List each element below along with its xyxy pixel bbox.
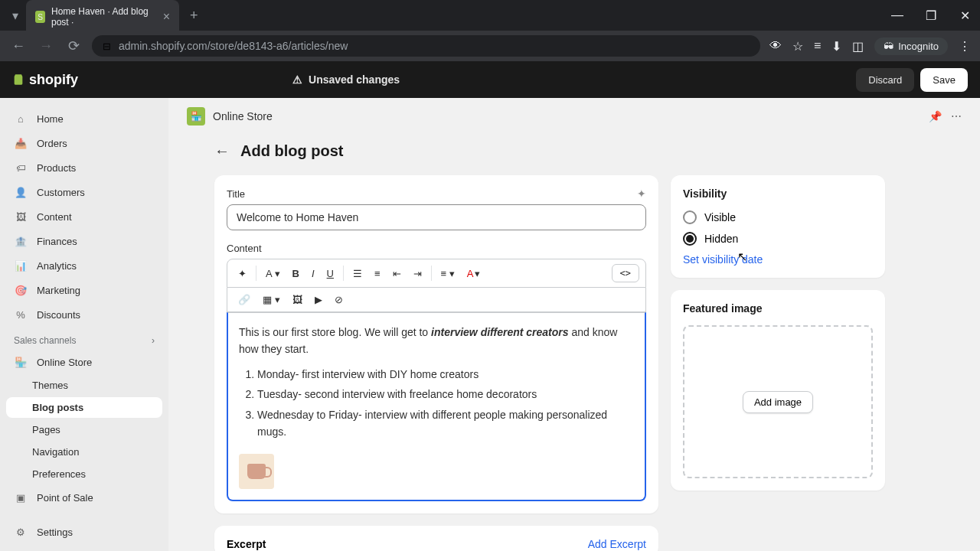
embedded-image-mug[interactable] — [239, 454, 274, 489]
add-excerpt-link[interactable]: Add Excerpt — [588, 538, 646, 550]
bullet-list-button[interactable]: ☰ — [348, 265, 367, 282]
back-button[interactable]: ← — [9, 38, 28, 54]
home-icon: ⌂ — [14, 112, 28, 126]
discard-button[interactable]: Discard — [856, 68, 914, 92]
sidebar-item-orders[interactable]: 📥Orders — [6, 132, 162, 155]
content-icon: 🖼 — [14, 210, 28, 223]
orders-icon: 📥 — [14, 136, 28, 150]
side-panel-icon[interactable]: ◫ — [852, 39, 864, 54]
downloads-icon[interactable]: ⬇ — [831, 39, 841, 54]
url-input[interactable]: ⊟ admin.shopify.com/store/de8143-a6/arti… — [92, 35, 760, 57]
text-color-dropdown[interactable]: A ▾ — [462, 265, 485, 282]
set-visibility-date-link[interactable]: Set visibility date — [683, 253, 873, 266]
ai-sparkle-icon[interactable]: ✦ — [637, 187, 646, 200]
eye-off-icon[interactable]: 👁 — [769, 39, 782, 53]
forward-button[interactable]: → — [37, 38, 55, 54]
excerpt-label: Excerpt — [227, 538, 266, 550]
sidebar-item-settings[interactable]: ⚙Settings — [6, 520, 162, 543]
page-header: ← Add blog post — [168, 135, 980, 175]
sidebar: ⌂Home 📥Orders 🏷Products 👤Customers 🖼Cont… — [0, 98, 168, 551]
site-info-icon[interactable]: ⊟ — [103, 41, 111, 52]
content-field-label: Content — [227, 243, 646, 254]
align-dropdown[interactable]: ≡ ▾ — [436, 265, 459, 282]
image-button[interactable]: 🖼 — [288, 291, 307, 308]
sidebar-item-finances[interactable]: 🏦Finances — [6, 230, 162, 253]
image-upload-dropzone[interactable]: Add image — [683, 325, 873, 478]
breadcrumb-label[interactable]: Online Store — [213, 110, 273, 122]
shopify-logo[interactable]: shopify — [12, 72, 78, 88]
sidebar-item-products[interactable]: 🏷Products — [6, 156, 162, 179]
main-content: 🏪 Online Store 📌 ⋯ ← Add blog post Title… — [168, 98, 980, 551]
paragraph-format-dropdown[interactable]: A ▾ — [261, 265, 285, 282]
radio-icon — [683, 210, 697, 224]
underline-button[interactable]: U — [322, 265, 338, 282]
sidebar-item-online-store[interactable]: 🏪Online Store — [6, 350, 162, 373]
sidebar-item-pos[interactable]: ▣Point of Sale — [6, 486, 162, 509]
tab-title: Home Haven · Add blog post · — [51, 6, 151, 28]
new-tab-button[interactable]: + — [181, 8, 207, 24]
sidebar-item-customers[interactable]: 👤Customers — [6, 181, 162, 204]
link-button[interactable]: 🔗 — [234, 291, 255, 308]
analytics-icon: 📊 — [14, 259, 28, 272]
incognito-badge: 🕶 Incognito — [874, 37, 948, 55]
indent-button[interactable]: ⇥ — [409, 265, 426, 282]
sidebar-sub-pages[interactable]: Pages — [6, 419, 162, 440]
reading-list-icon[interactable]: ≡ — [814, 39, 821, 53]
sidebar-item-content[interactable]: 🖼Content — [6, 205, 162, 228]
discounts-icon: % — [14, 308, 28, 321]
finances-icon: 🏦 — [14, 234, 28, 248]
editor-toolbar: ✦ A ▾ B I U ☰ ≡ ⇤ ⇥ ≡ ▾ A ▾ < — [227, 259, 646, 288]
sidebar-item-marketing[interactable]: 🎯Marketing — [6, 279, 162, 302]
customers-icon: 👤 — [14, 185, 28, 199]
visibility-hidden-radio[interactable]: Hidden — [683, 232, 873, 246]
excerpt-card: Excerpt Add Excerpt — [214, 526, 658, 551]
close-window-icon[interactable]: ✕ — [956, 8, 974, 23]
save-button[interactable]: Save — [920, 68, 968, 92]
numbered-list-button[interactable]: ≡ — [370, 265, 385, 282]
store-icon: 🏪 — [14, 355, 28, 369]
more-icon[interactable]: ⋯ — [951, 110, 962, 122]
sidebar-item-home[interactable]: ⌂Home — [6, 107, 162, 130]
shopify-favicon-icon: S — [35, 11, 45, 23]
outdent-button[interactable]: ⇤ — [388, 265, 406, 282]
visibility-card: Visibility Visible Hidden Set visibility… — [671, 175, 885, 278]
pin-icon[interactable]: 📌 — [929, 110, 942, 122]
url-text: admin.shopify.com/store/de8143-a6/articl… — [119, 40, 348, 52]
maximize-window-icon[interactable]: ❐ — [922, 8, 940, 23]
unsaved-changes-banner: ⚠ Unsaved changes — [292, 73, 400, 86]
browser-url-bar: ← → ⟳ ⊟ admin.shopify.com/store/de8143-a… — [0, 31, 980, 61]
title-input[interactable] — [227, 204, 646, 230]
shopify-bag-icon — [12, 73, 24, 86]
reload-button[interactable]: ⟳ — [64, 37, 83, 54]
sidebar-sub-preferences[interactable]: Preferences — [6, 464, 162, 484]
video-button[interactable]: ▶ — [310, 291, 327, 308]
breadcrumb: 🏪 Online Store 📌 ⋯ — [168, 98, 980, 135]
add-image-button[interactable]: Add image — [743, 391, 813, 413]
sidebar-section-sales-channels: Sales channels › — [6, 328, 162, 350]
sidebar-sub-navigation[interactable]: Navigation — [6, 442, 162, 462]
clear-format-button[interactable]: ⊘ — [330, 291, 348, 308]
bold-button[interactable]: B — [288, 265, 304, 282]
sidebar-item-discounts[interactable]: %Discounts — [6, 303, 162, 326]
content-editor[interactable]: This is our first store blog. We will ge… — [227, 312, 646, 501]
marketing-icon: 🎯 — [14, 283, 28, 297]
browser-tab[interactable]: S Home Haven · Add blog post · × — [26, 0, 179, 34]
bookmark-icon[interactable]: ☆ — [792, 39, 803, 54]
featured-image-title: Featured image — [683, 302, 873, 315]
sidebar-item-analytics[interactable]: 📊Analytics — [6, 254, 162, 277]
sidebar-sub-themes[interactable]: Themes — [6, 375, 162, 396]
html-view-button[interactable]: <> — [612, 264, 639, 282]
visibility-visible-radio[interactable]: Visible — [683, 210, 873, 224]
minimize-window-icon[interactable]: ― — [888, 8, 906, 23]
sidebar-sub-blog-posts[interactable]: Blog posts — [6, 397, 162, 418]
back-arrow-icon[interactable]: ← — [214, 142, 230, 160]
ai-generate-icon[interactable]: ✦ — [234, 265, 251, 282]
close-tab-icon[interactable]: × — [163, 10, 170, 24]
browser-menu-icon[interactable]: ⋮ — [959, 39, 971, 54]
chevron-right-icon[interactable]: › — [152, 335, 155, 346]
online-store-icon: 🏪 — [187, 107, 205, 126]
editor-toolbar-row2: 🔗 ▦ ▾ 🖼 ▶ ⊘ — [227, 288, 646, 312]
italic-button[interactable]: I — [307, 265, 319, 282]
table-dropdown[interactable]: ▦ ▾ — [258, 291, 285, 308]
tab-list-dropdown[interactable]: ▾ — [6, 6, 24, 24]
